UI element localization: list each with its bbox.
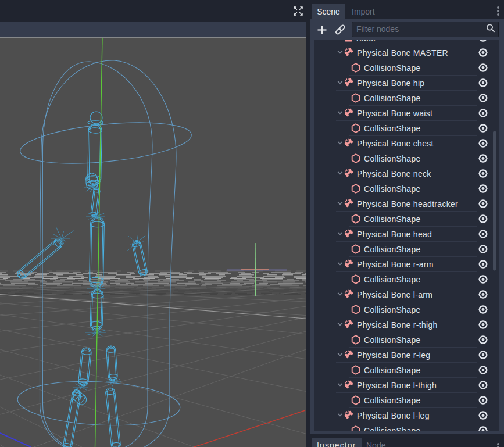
svg-text:CollisionShape: CollisionShape xyxy=(364,214,421,223)
svg-text:Physical Bone head: Physical Bone head xyxy=(357,229,432,238)
svg-text:Physical Bone waist: Physical Bone waist xyxy=(357,108,432,117)
svg-text:CollisionShape: CollisionShape xyxy=(364,153,421,163)
svg-text:Physical Bone chest: Physical Bone chest xyxy=(357,138,434,148)
svg-text:CollisionShape: CollisionShape xyxy=(364,123,421,133)
svg-text:Physical Bone hip: Physical Bone hip xyxy=(357,78,424,87)
svg-text:Physical Bone neck: Physical Bone neck xyxy=(357,169,431,178)
svg-text:Physical Bone r-leg: Physical Bone r-leg xyxy=(357,350,430,359)
svg-text:CollisionShape: CollisionShape xyxy=(364,395,421,405)
svg-text:CollisionShape: CollisionShape xyxy=(364,93,421,102)
svg-text:CollisionShape: CollisionShape xyxy=(364,184,421,193)
svg-text:CollisionShape: CollisionShape xyxy=(364,305,421,314)
svg-text:CollisionShape: CollisionShape xyxy=(364,244,421,253)
svg-text:Physical Bone headtracker: Physical Bone headtracker xyxy=(357,199,458,208)
svg-text:Physical Bone l-arm: Physical Bone l-arm xyxy=(357,289,432,299)
svg-text:Physical Bone l-thigh: Physical Bone l-thigh xyxy=(357,380,437,389)
svg-text:CollisionShape: CollisionShape xyxy=(364,365,421,374)
svg-text:Physical Bone MASTER: Physical Bone MASTER xyxy=(357,48,448,57)
svg-text:CollisionShape: CollisionShape xyxy=(364,335,421,344)
svg-text:CollisionShape: CollisionShape xyxy=(364,274,421,284)
svg-text:Physical Bone r-arm: Physical Bone r-arm xyxy=(357,259,434,269)
svg-text:robot: robot xyxy=(356,40,376,43)
svg-text:Physical Bone r-thigh: Physical Bone r-thigh xyxy=(357,320,438,329)
svg-text:CollisionShape: CollisionShape xyxy=(364,425,421,431)
svg-text:Physical Bone l-leg: Physical Bone l-leg xyxy=(357,410,430,420)
svg-text:CollisionShape: CollisionShape xyxy=(364,63,421,72)
